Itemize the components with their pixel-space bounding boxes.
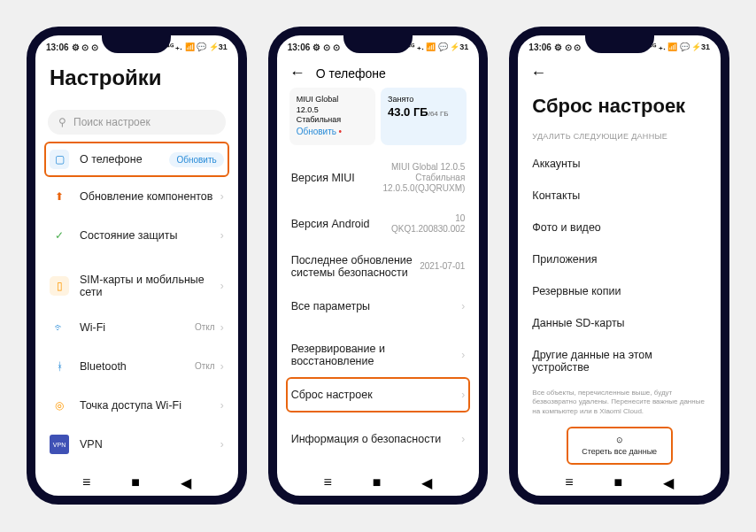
- row-icon: ⬆: [50, 187, 69, 206]
- header: ← О телефоне: [277, 58, 480, 88]
- section-subhead: УДАЛИТЬ СЛЕДУЮЩИЕ ДАННЫЕ: [518, 128, 721, 148]
- chevron-icon: ›: [461, 349, 465, 361]
- row-value: MIUI Global 12.0.5 Стабильная 12.0.5.0(Q…: [381, 162, 465, 194]
- row-label: Bluetooth: [80, 360, 195, 373]
- search-placeholder: Поиск настроек: [73, 116, 150, 128]
- row-label: Резервирование и восстановление: [291, 343, 457, 367]
- row-label: О телефоне: [80, 153, 169, 166]
- nav-home[interactable]: ■: [373, 474, 382, 490]
- chevron-icon: ›: [461, 433, 465, 445]
- status-icons-left: ⚙ ⊙ ⊙: [72, 42, 99, 52]
- row-icon: ᯤ: [50, 318, 69, 337]
- row-label: Wi-Fi: [80, 321, 195, 334]
- nav-bar: ≡ ■ ◀: [518, 469, 721, 496]
- search-icon: ⚲: [58, 116, 66, 128]
- row-value: 2021-07-01: [420, 261, 465, 272]
- nav-menu[interactable]: ≡: [565, 474, 573, 490]
- reset-list: АккаунтыКонтактыФото и видеоПриложенияРе…: [518, 148, 721, 383]
- row-icon: ᚼ: [50, 357, 69, 376]
- notch: [585, 34, 654, 53]
- about-row[interactable]: Резервирование и восстановление ›: [289, 333, 467, 377]
- row-label: Состояние защиты: [80, 229, 215, 242]
- settings-row[interactable]: ᯤ Wi-Fi Откл ›: [48, 308, 226, 347]
- nav-home[interactable]: ■: [614, 474, 623, 490]
- chevron-icon: ›: [220, 438, 224, 451]
- about-list: Версия MIUI MIUI Global 12.0.5 Стабильна…: [277, 152, 480, 469]
- reset-item: Приложения: [518, 243, 721, 275]
- row-icon: ▯: [50, 276, 69, 296]
- header-title: О телефоне: [316, 66, 386, 81]
- row-icon: ✓: [50, 226, 69, 245]
- chevron-icon: ›: [220, 229, 224, 242]
- info-cards: MIUI Global 12.0.5 Стабильная Обновить •…: [277, 88, 480, 152]
- row-label: Все параметры: [291, 300, 457, 312]
- chevron-icon: ›: [461, 300, 465, 312]
- miui-card[interactable]: MIUI Global 12.0.5 Стабильная Обновить •: [289, 88, 375, 145]
- phone-3: 13:06⚙ ⊙ ⊙ ⁴ᴳ ₊․ 📶 💬 ⚡31 ← Сброс настрое…: [509, 27, 729, 505]
- row-value: Откл: [195, 361, 215, 372]
- page-title: Настройки: [50, 66, 224, 90]
- nav-menu[interactable]: ≡: [324, 474, 332, 490]
- row-label: VPN: [80, 438, 215, 451]
- erase-icon: ⊙: [616, 436, 623, 444]
- settings-row[interactable]: ⬆ Обновление компонентов ›: [48, 177, 226, 216]
- row-label: Точка доступа Wi-Fi: [80, 399, 215, 412]
- row-value: 10 QKQ1.200830.002: [381, 213, 465, 235]
- settings-row[interactable]: ▯ SIM-карты и мобильные сети ›: [48, 264, 226, 308]
- settings-row[interactable]: ◎ Точка доступа Wi-Fi ›: [48, 386, 226, 425]
- chevron-icon: ›: [220, 321, 224, 334]
- reset-item: Фото и видео: [518, 212, 721, 243]
- notch: [102, 34, 171, 53]
- status-icons-right: ⁴ᴳ ₊․ 📶 💬 ⚡31: [407, 42, 468, 51]
- back-button[interactable]: ←: [289, 64, 305, 82]
- settings-row[interactable]: VPN VPN ›: [48, 425, 226, 464]
- row-label: Обновление компонентов: [80, 190, 215, 203]
- settings-row[interactable]: ▢ О телефоне Обновить: [44, 142, 229, 177]
- settings-row[interactable]: ✓ Состояние защиты ›: [48, 216, 226, 255]
- nav-menu[interactable]: ≡: [82, 474, 90, 490]
- row-label: Последнее обновление системы безопасност…: [291, 254, 420, 279]
- search-input[interactable]: ⚲ Поиск настроек: [48, 110, 226, 135]
- status-icons-right: ⁴ᴳ ₊․ 📶 💬 ⚡31: [166, 42, 228, 51]
- status-time: 13:06: [46, 42, 69, 52]
- chevron-icon: ›: [220, 280, 224, 292]
- row-icon: ◎: [50, 396, 69, 415]
- about-row[interactable]: Версия Android 10 QKQ1.200830.002: [289, 204, 467, 244]
- erase-button[interactable]: ⊙ Стереть все данные: [567, 427, 673, 465]
- about-row[interactable]: Сертификация ›: [289, 457, 467, 469]
- update-badge: Обновить: [169, 152, 223, 167]
- row-label: Сброс настроек: [291, 389, 457, 401]
- row-label: Версия Android: [291, 218, 382, 230]
- chevron-icon: ›: [461, 389, 465, 401]
- about-row[interactable]: Сброс настроек ›: [286, 377, 471, 412]
- reset-item: Другие данные на этом устройстве: [518, 339, 721, 383]
- row-icon: VPN: [50, 435, 69, 454]
- storage-card[interactable]: Занято 43.0 ГБ/64 ГБ: [381, 88, 467, 145]
- reset-item: Резервные копии: [518, 275, 721, 307]
- row-value: Откл: [195, 322, 215, 333]
- phone-2: 13:06⚙ ⊙ ⊙ ⁴ᴳ ₊․ 📶 💬 ⚡31 ← О телефоне MI…: [268, 27, 489, 505]
- row-icon: ▢: [50, 150, 69, 169]
- nav-bar: ≡ ■ ◀: [35, 469, 238, 496]
- chevron-icon: ›: [220, 399, 224, 412]
- chevron-icon: ›: [220, 190, 224, 203]
- about-row[interactable]: Все параметры ›: [289, 289, 467, 324]
- notch: [343, 34, 413, 53]
- status-icons-right: ⁴ᴳ ₊․ 📶 💬 ⚡31: [649, 42, 710, 51]
- header: ←: [518, 58, 721, 88]
- status-icons-left: ⚙ ⊙ ⊙: [312, 42, 340, 52]
- status-time: 13:06: [528, 42, 552, 52]
- about-row[interactable]: Информация о безопасности ›: [289, 421, 467, 457]
- reset-item: Аккаунты: [518, 148, 721, 180]
- about-row[interactable]: Версия MIUI MIUI Global 12.0.5 Стабильна…: [289, 152, 467, 204]
- about-row[interactable]: Последнее обновление системы безопасност…: [289, 244, 467, 289]
- status-icons-left: ⚙ ⊙ ⊙: [554, 42, 582, 52]
- back-button[interactable]: ←: [530, 64, 546, 82]
- chevron-icon: ›: [220, 360, 224, 373]
- nav-back[interactable]: ◀: [663, 474, 674, 491]
- settings-row[interactable]: ᚼ Bluetooth Откл ›: [48, 347, 226, 386]
- nav-back[interactable]: ◀: [421, 474, 432, 491]
- nav-home[interactable]: ■: [131, 474, 140, 490]
- status-time: 13:06: [288, 42, 311, 52]
- nav-back[interactable]: ◀: [181, 474, 191, 491]
